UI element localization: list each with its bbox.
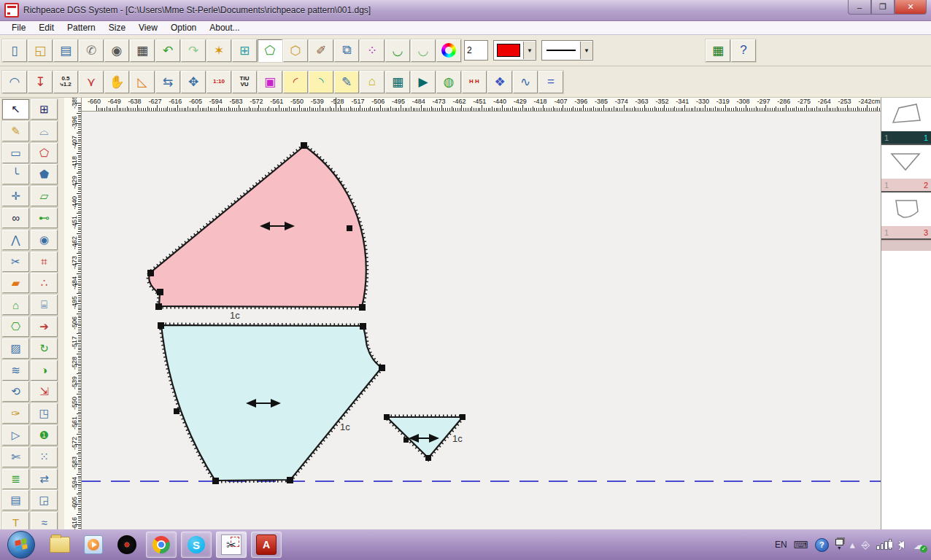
pleat-tool-button[interactable]: ≋ — [2, 360, 29, 381]
button-tool-button[interactable]: ◉ — [31, 230, 58, 250]
move-piece-button[interactable]: ▶ — [411, 71, 436, 93]
point-line-star-button[interactable]: ✶ — [206, 39, 231, 62]
menu-item-about[interactable]: About... — [204, 22, 245, 34]
arc-corner-tool-button[interactable]: ╰ — [2, 164, 29, 184]
lock-pieces-button[interactable]: ⬡ — [283, 39, 308, 62]
line-style-select[interactable]: ▼ — [541, 40, 593, 61]
curve-glasses-tool-button[interactable]: ∞ — [2, 208, 29, 228]
dgs-button[interactable]: ✂ — [216, 532, 247, 558]
menu-item-size[interactable]: Size — [103, 22, 131, 34]
sleeve-curve-2-button[interactable]: ◡ — [411, 39, 436, 62]
pattern-piece-tool-button[interactable]: ⬟ — [31, 164, 58, 184]
pocket-tag-tool-button[interactable]: ❶ — [31, 425, 58, 446]
security-cloud-icon[interactable]: ☁✓ — [913, 538, 925, 552]
menu-item-option[interactable]: Option — [165, 22, 202, 34]
balloon-shape-button[interactable]: ◍ — [436, 71, 461, 93]
volume-icon[interactable] — [898, 541, 904, 548]
scatter-points-button[interactable]: ⁘ — [360, 39, 385, 62]
grade-plan-tool-button[interactable]: ▱ — [31, 186, 58, 206]
dart-pen-tool-button[interactable]: ▷ — [2, 425, 29, 446]
menu-item-edit[interactable]: Edit — [33, 22, 60, 34]
pattern-piece-2[interactable]: 1c — [158, 322, 385, 484]
close-button[interactable]: ✕ — [895, 0, 927, 15]
show-hidden-icons[interactable]: ▴ — [850, 539, 855, 551]
camera-button[interactable]: ◉ — [104, 39, 129, 62]
pleat-grid-tool-button[interactable]: ▤ — [2, 490, 29, 510]
sleeve-curve-1-button[interactable]: ◡ — [385, 39, 410, 62]
triangle-ruler-button[interactable]: ◺ — [130, 71, 155, 93]
line-styles-tool-button[interactable]: ≣ — [2, 469, 29, 489]
menu-item-pattern[interactable]: Pattern — [61, 22, 101, 34]
menu-item-view[interactable]: View — [133, 22, 163, 34]
net-grid-tool-button[interactable]: ⌗ — [31, 252, 58, 272]
window-frame-button[interactable]: ⊞ — [232, 39, 257, 62]
menu-item-file[interactable]: File — [6, 22, 31, 34]
edge-dashed-tool-button[interactable]: ◲ — [31, 490, 58, 510]
seam-define-button[interactable]: ▣ — [258, 71, 282, 93]
drawing-canvas[interactable]: 1c 1c — [82, 112, 881, 529]
pieces-dots-tool-button[interactable]: ⁙ — [31, 447, 58, 467]
letters-tuv-button[interactable]: TIU VU — [232, 71, 257, 93]
pattern-piece-1[interactable]: 1c — [147, 142, 366, 321]
pattern-outline-tool-button[interactable]: ⬠ — [31, 143, 58, 163]
film-strip-button[interactable]: ▦ — [706, 39, 730, 62]
bag-dart-tool-button[interactable]: ⌂ — [2, 295, 29, 315]
dropdown-arrow-icon[interactable]: ▼ — [523, 42, 536, 59]
piece-thumbnail-3[interactable]: 13 — [881, 192, 931, 240]
shears-tool-button[interactable]: ✄ — [2, 447, 29, 467]
point-lines-tool-button[interactable]: ∴ — [31, 273, 58, 293]
color-wheel-button[interactable] — [436, 39, 461, 62]
curve-adjust-2-button[interactable]: ◝ — [309, 71, 333, 93]
vest-shape-button[interactable]: ⌂ — [360, 71, 385, 93]
media-player-button[interactable] — [79, 532, 108, 557]
open-file-button[interactable]: ◱ — [28, 39, 53, 62]
brush-adjust-tool-button[interactable]: ✑ — [2, 403, 29, 424]
piece-thumbnail-2[interactable]: 12 — [881, 145, 931, 192]
s-curve-button[interactable]: ∿ — [513, 71, 538, 93]
power-plug-icon[interactable]: ⎆ — [862, 539, 870, 551]
rectangle-tool-button[interactable]: ▭ — [2, 143, 29, 163]
pattern-piece-button[interactable]: ⬠ — [258, 39, 282, 62]
grade-net-button[interactable]: ▦ — [385, 71, 410, 93]
dart-spread-button[interactable]: ⋎ — [79, 71, 104, 93]
new-document-button[interactable]: ▯ — [2, 39, 27, 62]
language-indicator[interactable]: EN — [775, 540, 787, 550]
maximize-button[interactable]: ❐ — [871, 0, 895, 15]
piece-measure-button[interactable]: ✥ — [181, 71, 206, 93]
corner-rect-tool-button[interactable]: ◳ — [31, 403, 58, 424]
redo-button[interactable]: ↷ — [181, 39, 206, 62]
point-cross-tool-button[interactable]: ✛ — [2, 186, 29, 206]
piece-thumbnail-1[interactable]: 11 — [881, 98, 931, 145]
rotate-piece-tool-button[interactable]: ↻ — [31, 338, 58, 359]
spiral-tool-button[interactable]: ⟲ — [2, 381, 29, 402]
explorer-button[interactable] — [45, 532, 74, 557]
pin-point-button[interactable]: ↧ — [28, 71, 53, 93]
pan-hand-button[interactable]: ✋ — [104, 71, 129, 93]
save-file-button[interactable]: ▤ — [53, 39, 78, 62]
chrome-button[interactable] — [146, 532, 177, 558]
layout-pieces-button[interactable]: ⧉ — [334, 39, 359, 62]
compare-length-button[interactable]: ⇆ — [155, 71, 180, 93]
context-help-button[interactable]: ? — [731, 39, 756, 62]
eraser-tool-button[interactable]: ▰ — [2, 273, 29, 293]
line-color-select[interactable]: ▼ — [493, 40, 536, 61]
disc-app-button[interactable] — [112, 532, 142, 557]
scissors-cut-tool-button[interactable]: ✂ — [2, 252, 29, 272]
mirror-piece-tool-button[interactable]: ◑ — [31, 360, 58, 381]
compass-tool-button[interactable]: ⋀ — [2, 230, 29, 250]
help-tray-icon[interactable]: ? — [815, 538, 829, 552]
pattern-piece-3[interactable]: 1c — [384, 414, 465, 461]
protractor-button[interactable]: ◠ — [2, 71, 27, 93]
start-button[interactable] — [7, 531, 35, 559]
undo-button[interactable]: ↶ — [155, 39, 180, 62]
adobe-reader-button[interactable]: A — [251, 532, 282, 558]
notch-hh-button[interactable]: H H — [462, 71, 487, 93]
measure-bar-tool-button[interactable]: ⊷ — [31, 208, 58, 228]
digitizer-device-button[interactable]: ✆ — [79, 39, 104, 62]
curve-pen-button[interactable]: ✎ — [334, 71, 359, 93]
move-arrow-tool-button[interactable]: ➔ — [31, 316, 58, 337]
keyboard-icon[interactable]: ⌨ — [794, 539, 808, 551]
restore-windows-icon[interactable]: ▾ — [835, 539, 843, 551]
parallel-lines-button[interactable]: = — [538, 71, 563, 93]
skype-button[interactable]: S — [181, 532, 212, 558]
